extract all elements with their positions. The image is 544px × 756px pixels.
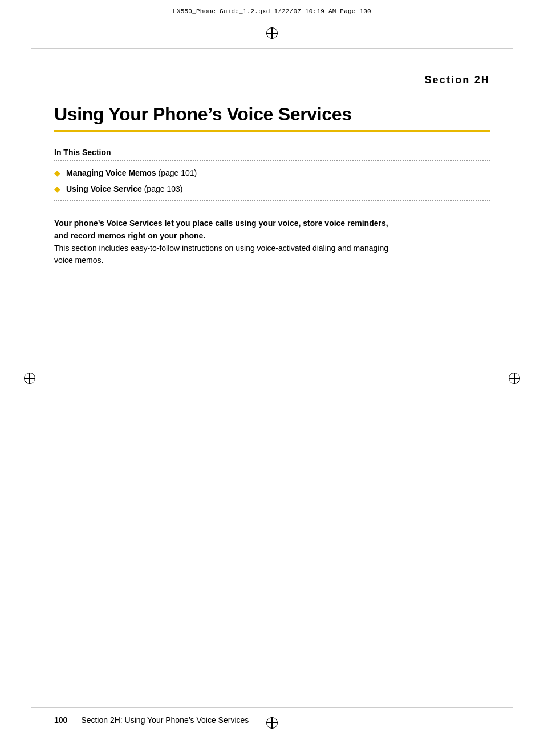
list-item: ◆ Using Voice Service (page 103)	[54, 184, 490, 193]
diamond-bullet-1: ◆	[54, 168, 60, 177]
item-1-text: Managing Voice Memos (page 101)	[66, 168, 197, 177]
item-1-normal: (page 101)	[156, 168, 197, 177]
dotted-line-top	[54, 160, 490, 161]
page-rule-bottom	[31, 707, 513, 708]
crop-mark-tr-v	[513, 26, 513, 40]
file-info-text: LX550_Phone Guide_1.2.qxd 1/22/07 10:19 …	[173, 8, 371, 15]
crop-mark-tl-v	[31, 26, 31, 40]
item-1-bold: Managing Voice Memos	[66, 168, 156, 177]
item-2-text: Using Voice Service (page 103)	[66, 184, 182, 193]
crop-mark-tr-h	[513, 39, 527, 39]
crop-mark-br-h	[513, 717, 527, 717]
page-title: Using Your Phone’s Voice Services	[54, 103, 490, 125]
item-2-bold: Using Voice Service	[66, 184, 142, 193]
crop-mark-bl-v	[31, 716, 31, 730]
list-item: ◆ Managing Voice Memos (page 101)	[54, 168, 490, 177]
diamond-bullet-2: ◆	[54, 184, 60, 193]
reg-mark-right	[509, 373, 520, 384]
title-underline	[54, 130, 490, 132]
reg-mark-top	[266, 27, 278, 39]
in-this-section-block: In This Section ◆ Managing Voice Memos (…	[54, 148, 490, 201]
footer-page-number: 100	[54, 715, 67, 725]
reg-mark-left	[24, 373, 35, 384]
body-text-block: Your phone’s Voice Services let you plac…	[54, 217, 396, 267]
body-bold-text: Your phone’s Voice Services let you plac…	[54, 219, 388, 240]
footer-section-title: Section 2H: Using Your Phone’s Voice Ser…	[81, 715, 249, 725]
crop-mark-tl-h	[17, 39, 31, 39]
page-footer: 100 Section 2H: Using Your Phone’s Voice…	[54, 715, 490, 725]
in-this-section-heading: In This Section	[54, 148, 490, 157]
item-2-normal: (page 103)	[142, 184, 183, 193]
crop-mark-br-v	[513, 716, 513, 730]
page-rule-top	[31, 48, 513, 49]
section-label: Section 2H	[54, 74, 490, 86]
content-area: Section 2H Using Your Phone’s Voice Serv…	[54, 51, 490, 699]
page-container: LX550_Phone Guide_1.2.qxd 1/22/07 10:19 …	[0, 0, 544, 756]
body-normal-text: This section includes easy-to-follow ins…	[54, 244, 388, 265]
section-items-list: ◆ Managing Voice Memos (page 101) ◆ Usin…	[54, 168, 490, 193]
file-info: LX550_Phone Guide_1.2.qxd 1/22/07 10:19 …	[54, 8, 490, 15]
crop-mark-bl-h	[17, 717, 31, 717]
dotted-line-bottom	[54, 200, 490, 201]
